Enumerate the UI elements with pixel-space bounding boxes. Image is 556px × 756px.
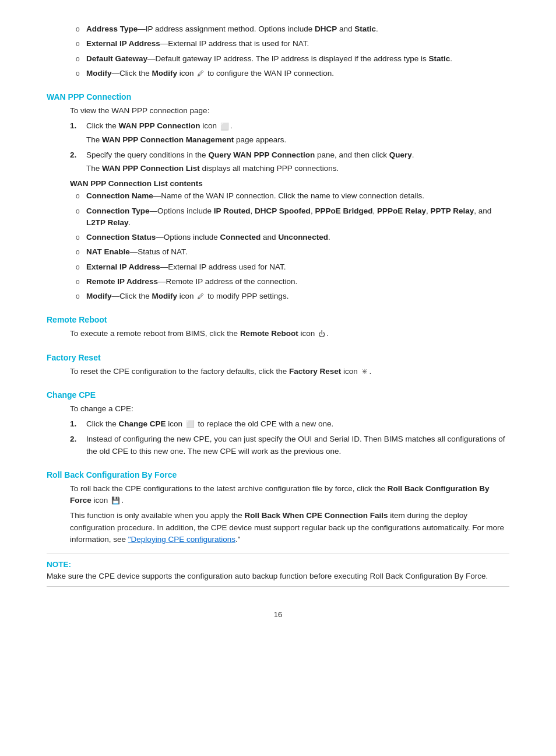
wan-ppp-nat-enable: NAT Enable—Status of NAT.	[70, 246, 509, 258]
bullet-address-type: Address Type—IP address assignment metho…	[70, 23, 509, 35]
wan-ppp-remote-ip: Remote IP Address—Remote IP address of t…	[70, 276, 509, 288]
wan-ppp-steps: 1. Click the WAN PPP Connection icon ⬜. …	[70, 120, 509, 174]
remote-reboot-icon: ⏻	[318, 329, 325, 340]
factory-reset-icon: ⛯	[361, 366, 368, 377]
top-bullet-list: Address Type—IP address assignment metho…	[47, 23, 509, 79]
wan-ppp-step-1: 1. Click the WAN PPP Connection icon ⬜. …	[70, 120, 509, 146]
remote-reboot-heading: Remote Reboot	[47, 315, 509, 324]
wan-ppp-external-ip: External IP Address—External IP address …	[70, 261, 509, 273]
wan-ppp-connection-name: Connection Name—Name of the WAN IP conne…	[70, 190, 509, 202]
bullet-external-ip: External IP Address—External IP address …	[70, 38, 509, 50]
change-cpe-steps: 1. Click the Change CPE icon ⬜ to replac…	[70, 418, 509, 457]
change-cpe-heading: Change CPE	[47, 390, 509, 400]
wan-ppp-icon: ⬜	[220, 121, 229, 132]
change-cpe-intro: To change a CPE:	[70, 403, 509, 415]
roll-back-para2: This function is only available when you…	[70, 510, 509, 545]
wan-ppp-connection-type: Connection Type—Options include IP Route…	[70, 205, 509, 229]
wan-ppp-modify: Modify—Click the Modify icon 🖉 to modify…	[70, 290, 509, 302]
modify-icon-ppp: 🖉	[197, 291, 204, 302]
wan-ppp-list: Connection Name—Name of the WAN IP conne…	[70, 190, 509, 302]
roll-back-para1: To roll back the CPE configurations to t…	[70, 483, 509, 507]
change-cpe-step-1: 1. Click the Change CPE icon ⬜ to replac…	[70, 418, 509, 430]
wan-ppp-intro: To view the WAN PPP connection page:	[70, 105, 509, 117]
wan-ppp-heading: WAN PPP Connection	[47, 92, 509, 102]
wan-ppp-connection-status: Connection Status—Options include Connec…	[70, 232, 509, 243]
bullet-default-gateway: Default Gateway—Default gateway IP addre…	[70, 53, 509, 65]
wan-ppp-list-heading: WAN PPP Connection List contents	[70, 179, 509, 188]
factory-reset-text: To reset the CPE configuration to the fa…	[70, 366, 509, 377]
deploying-cpe-link[interactable]: "Deploying CPE configurations	[128, 535, 235, 544]
factory-reset-heading: Factory Reset	[47, 353, 509, 362]
note-label: NOTE:	[47, 560, 509, 569]
note-box: NOTE: Make sure the CPE device supports …	[47, 554, 509, 587]
bullet-modify-top: Modify—Click the Modify icon 🖉 to config…	[70, 68, 509, 79]
remote-reboot-text: To execute a remote reboot from BIMS, cl…	[70, 328, 509, 340]
note-text: Make sure the CPE device supports the co…	[47, 572, 509, 580]
page-number: 16	[47, 610, 509, 619]
wan-ppp-step-2: 2. Specify the query conditions in the Q…	[70, 149, 509, 175]
roll-back-heading: Roll Back Configuration By Force	[47, 470, 509, 480]
roll-back-icon: 💾	[111, 495, 120, 506]
modify-icon-top: 🖉	[197, 68, 204, 79]
change-cpe-step-2: 2. Instead of configuring the new CPE, y…	[70, 433, 509, 457]
change-cpe-icon: ⬜	[186, 419, 195, 429]
